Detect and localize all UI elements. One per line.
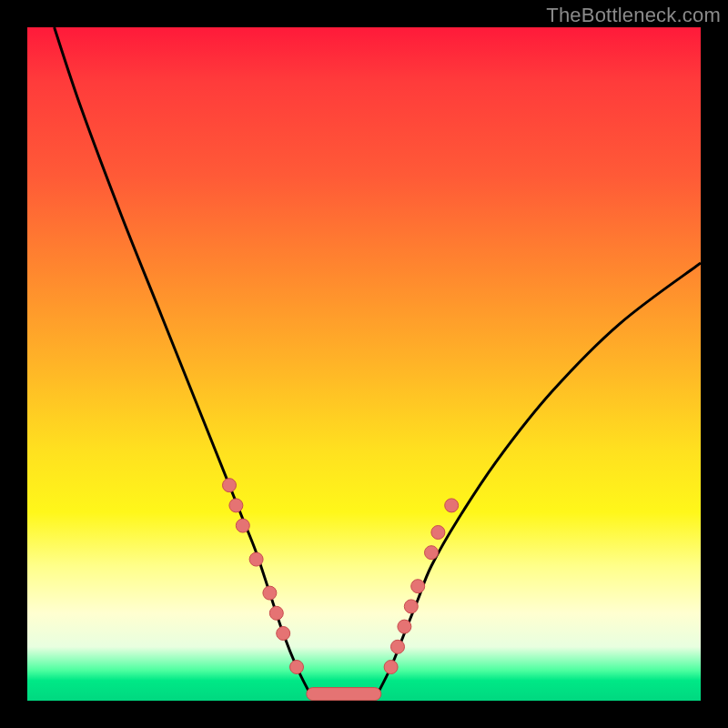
- data-point-left: [263, 586, 277, 600]
- data-point-left: [236, 519, 249, 532]
- data-point-right: [391, 640, 405, 653]
- optimal-range-bar: [307, 688, 381, 701]
- data-point-right: [384, 661, 398, 674]
- data-point-left: [229, 499, 243, 512]
- data-point-right: [398, 620, 411, 633]
- data-point-left: [223, 479, 237, 492]
- chart-frame: TheBottleneck.com: [0, 0, 728, 728]
- curve-right: [377, 263, 701, 696]
- data-point-right: [445, 499, 459, 512]
- data-point-right: [411, 580, 425, 593]
- data-point-right: [431, 526, 445, 540]
- data-point-right: [404, 600, 418, 613]
- data-point-right: [425, 546, 439, 560]
- data-point-left: [269, 606, 283, 620]
- data-point-left: [290, 661, 304, 674]
- data-point-left: [249, 552, 263, 566]
- bottleneck-curve-chart: [27, 27, 701, 701]
- watermark-text: TheBottleneck.com: [546, 4, 721, 27]
- data-point-left: [277, 627, 290, 641]
- plot-area: [27, 27, 701, 701]
